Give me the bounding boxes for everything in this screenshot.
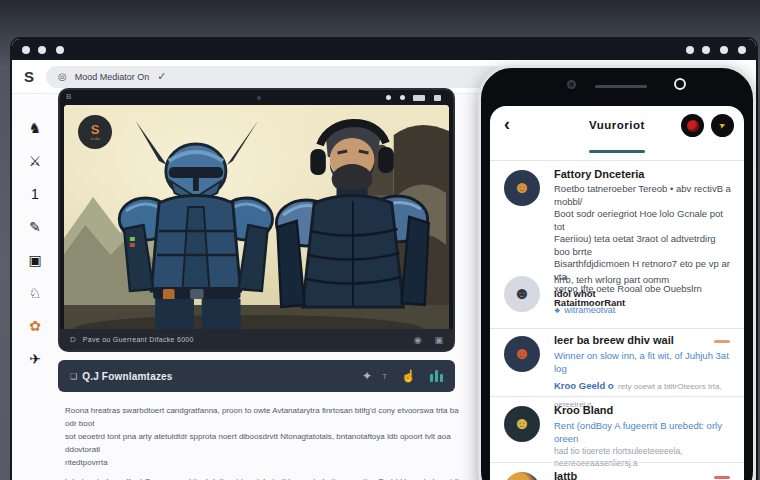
sidebar-item-plane[interactable]: ✈ xyxy=(16,342,54,375)
camera-ring xyxy=(674,78,686,90)
caption-text: Pave ou Guerreant Difacke 6000 xyxy=(83,336,401,343)
record-icon xyxy=(687,120,699,132)
record-button[interactable] xyxy=(681,114,704,137)
animal-icon: ♘ xyxy=(29,285,42,301)
sidebar-item-video[interactable]: ▣ xyxy=(16,243,54,276)
window-dot-right[interactable] xyxy=(720,46,728,54)
mention-text[interactable]: Kroo Geeld o xyxy=(554,380,614,391)
battery-icon xyxy=(413,95,425,101)
thumbs-up-icon[interactable]: ☝ xyxy=(401,369,416,383)
player-titlebar: B xyxy=(60,90,453,105)
status-dot xyxy=(400,95,405,100)
commenter-name[interactable]: Kroo Bland xyxy=(554,404,732,416)
phone-screen: ‹ Vuuroriot ➤ ☻ Fattory Dnceteria Roetbo… xyxy=(490,106,744,480)
phone-page-title: Vuuroriot xyxy=(490,119,744,131)
window-dot[interactable] xyxy=(22,46,30,54)
desktop: S ◎ Mood Mediator On ✓ ♞ ⚔ 1 ✎ ▣ ♘ ✿ ✈ B xyxy=(0,0,760,480)
avatar[interactable]: ☻ xyxy=(504,472,540,480)
bird-button[interactable]: ➤ xyxy=(711,114,734,137)
gamepad-icon: ⚔ xyxy=(29,153,42,169)
window-dot[interactable] xyxy=(38,46,46,54)
video-icon: ▣ xyxy=(28,252,41,268)
sidebar-item-gamepad[interactable]: ⚔ xyxy=(16,144,54,177)
video-description: Roona hreatras swarbdtoert candgratfanna… xyxy=(65,404,461,480)
number-one-icon: 1 xyxy=(31,186,39,202)
duck-icon: ✿ xyxy=(29,318,41,334)
comment-link[interactable]: ❖witrameotvat xyxy=(554,305,732,315)
video-player-window: B xyxy=(58,88,455,352)
window-dot-right[interactable] xyxy=(686,46,694,54)
comment-item[interactable]: ☻ leer ba breew dhiv wail Winner on slow… xyxy=(504,334,732,411)
description-line: bdr rtaoatoda aodfard Orsaonnoord tipnlr… xyxy=(65,475,461,480)
check-icon: ✓ xyxy=(157,70,166,83)
phone-header: ‹ Vuuroriot ➤ xyxy=(490,106,744,148)
comment-item[interactable]: ☻ Iattb xyxy=(504,470,732,480)
player-caption-bar: D Pave ou Guerreant Difacke 6000 ◉ ▣ xyxy=(60,329,453,350)
channel-watermark[interactable]: S st.dio xyxy=(78,115,112,149)
description-line: sot oeoetrd tont pna arty atetuldtdr spp… xyxy=(65,430,461,456)
comment-item[interactable]: ☻ hrrb, terh wrlorg part oomm Idol whot … xyxy=(504,274,732,315)
commenter-name[interactable]: Fattory Dnceteria xyxy=(554,168,732,180)
divider xyxy=(490,160,744,161)
comment-line: Faeriiou) teta oetat 3raot ol adtvetrdir… xyxy=(554,233,732,258)
comment-link-line[interactable]: Rent (ondBoy A fugeerrit B urebedt: orly… xyxy=(554,419,732,445)
artwork-svg xyxy=(64,105,449,331)
equalizer-icon[interactable] xyxy=(430,370,443,382)
player-window-icon: B xyxy=(66,92,71,101)
speaker-slit xyxy=(595,85,647,88)
sidebar-item-paw[interactable]: ♞ xyxy=(16,111,54,144)
phone-mockup: ‹ Vuuroriot ➤ ☻ Fattory Dnceteria Roetbo… xyxy=(478,65,756,480)
text-icon[interactable]: T xyxy=(382,372,387,381)
description-paragraph: bdr rtaoatoda aodfard Orsaonnoord tipnlr… xyxy=(65,475,461,480)
globe-icon: ◎ xyxy=(58,71,67,82)
globe-button-icon[interactable]: ◉ xyxy=(414,335,422,345)
comment-item[interactable]: ☻ Kroo Bland Rent (ondBoy A fugeerrit B … xyxy=(504,404,732,469)
description-line: Roona hreatras swarbdtoert candgratfanna… xyxy=(65,404,461,430)
sidebar-item-duck[interactable]: ✿ xyxy=(16,309,54,342)
comment-bold-line: Idol whot xyxy=(554,288,732,299)
avatar[interactable]: ☻ xyxy=(504,406,540,442)
active-tab-indicator xyxy=(589,150,645,153)
video-title: Q.J Fownlamtazes xyxy=(82,371,348,382)
sidebar: ♞ ⚔ 1 ✎ ▣ ♘ ✿ ✈ xyxy=(16,111,54,375)
window-dot-right[interactable] xyxy=(702,46,710,54)
avatar[interactable]: ☻ xyxy=(504,170,540,206)
commenter-name[interactable]: leer ba breew dhiv wail xyxy=(554,334,732,346)
description-paragraph: Roona hreatras swarbdtoert candgratfanna… xyxy=(65,404,461,469)
action-bar: ❏ Q.J Fownlamtazes ✦ T ☝ xyxy=(58,360,455,392)
sidebar-item-one[interactable]: 1 xyxy=(16,177,54,210)
mascot-icon: ☻ xyxy=(513,284,531,304)
comment-feed[interactable]: ☻ Fattory Dnceteria Roetbo tatneroeber T… xyxy=(490,162,744,480)
comment-link-line[interactable]: Winner on slow inn, a fit wit, of Juhjuh… xyxy=(554,349,732,375)
avatar[interactable]: ☻ xyxy=(504,336,540,372)
comment-line: hrrb, terh wrlorg part oomm xyxy=(554,274,732,287)
grid-button-icon[interactable]: ▣ xyxy=(434,335,443,345)
orange-dash xyxy=(714,340,730,343)
avatar[interactable]: ☻ xyxy=(504,276,540,312)
signal-icon xyxy=(434,95,441,101)
divider xyxy=(490,328,744,329)
window-dot[interactable] xyxy=(56,46,64,54)
browser-logo[interactable]: S xyxy=(12,68,46,85)
mascot-icon: ☻ xyxy=(513,178,531,198)
description-line: ritedtpovrrta xyxy=(65,456,461,469)
commenter-name[interactable]: Iattb xyxy=(554,470,732,480)
url-text: Mood Mediator On xyxy=(75,72,150,82)
mascot-icon: ☻ xyxy=(513,344,531,364)
front-camera xyxy=(567,80,576,89)
camera-dot xyxy=(257,96,261,100)
browser-titlebar[interactable] xyxy=(12,39,756,60)
list-icon: ❏ xyxy=(70,372,77,381)
share-icon[interactable]: ✦ xyxy=(362,369,372,383)
watermark-subtext: st.dio xyxy=(90,136,100,141)
comment-line: Roetbo tatneroeber Tereob • abv rectivB … xyxy=(554,183,732,208)
comment-line: Boot sodr oeriegriot Hoe lolo Gcnale pot… xyxy=(554,208,732,233)
video-artwork[interactable]: S st.dio xyxy=(64,105,449,331)
sidebar-item-animal[interactable]: ♘ xyxy=(16,276,54,309)
sidebar-item-pen[interactable]: ✎ xyxy=(16,210,54,243)
pen-icon: ✎ xyxy=(29,219,41,235)
watermark-letter: S xyxy=(91,124,100,136)
bird-icon: ➤ xyxy=(718,120,727,131)
window-dot-right[interactable] xyxy=(738,46,746,54)
plane-icon: ✈ xyxy=(29,351,41,367)
